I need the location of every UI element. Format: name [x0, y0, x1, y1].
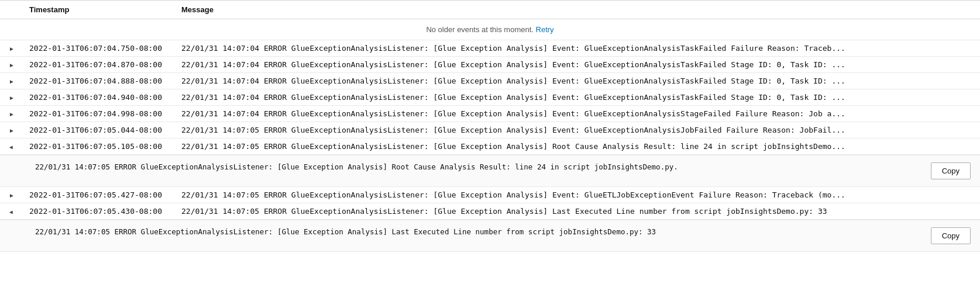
expanded-content: 22/01/31 14:07:05 ERROR GlueExceptionAna…: [0, 220, 980, 251]
expanded-content: 22/01/31 14:07:05 ERROR GlueExceptionAna…: [0, 155, 980, 186]
expand-toggle[interactable]: ►: [0, 73, 23, 89]
expand-arrow-icon: ►: [9, 46, 15, 52]
expanded-text: 22/01/31 14:07:05 ERROR GlueExceptionAna…: [35, 162, 919, 171]
expand-toggle[interactable]: ►: [0, 40, 23, 57]
message-cell: 22/01/31 14:07:04 ERROR GlueExceptionAna…: [176, 40, 980, 57]
timestamp-cell: 2022-01-31T06:07:05.105-08:00: [23, 138, 176, 155]
copy-button[interactable]: Copy: [931, 162, 971, 179]
timestamp-cell: 2022-01-31T06:07:05.427-08:00: [23, 187, 176, 203]
expand-arrow-icon: ►: [9, 62, 15, 68]
timestamp-cell: 2022-01-31T06:07:04.888-08:00: [23, 73, 176, 89]
expand-toggle[interactable]: ▼: [0, 138, 23, 155]
expand-toggle[interactable]: ▼: [0, 203, 23, 220]
message-header: Message: [176, 1, 980, 19]
message-cell: 22/01/31 14:07:05 ERROR GlueExceptionAna…: [176, 187, 980, 203]
timestamp-cell: 2022-01-31T06:07:05.044-08:00: [23, 122, 176, 138]
table-row: ► 2022-01-31T06:07:04.940-08:00 22/01/31…: [0, 89, 980, 106]
table-row: ▼ 2022-01-31T06:07:05.430-08:00 22/01/31…: [0, 203, 980, 220]
message-cell: 22/01/31 14:07:05 ERROR GlueExceptionAna…: [176, 138, 980, 155]
timestamp-cell: 2022-01-31T06:07:05.430-08:00: [23, 203, 176, 220]
message-cell: 22/01/31 14:07:05 ERROR GlueExceptionAna…: [176, 122, 980, 138]
table-row: ► 2022-01-31T06:07:04.750-08:00 22/01/31…: [0, 40, 980, 57]
expand-arrow-icon: ►: [9, 78, 15, 85]
expand-arrow-icon: ►: [9, 111, 15, 117]
expand-toggle[interactable]: ►: [0, 89, 23, 106]
expanded-row: 22/01/31 14:07:05 ERROR GlueExceptionAna…: [0, 155, 980, 187]
expand-toggle[interactable]: ►: [0, 106, 23, 122]
table-row: ▼ 2022-01-31T06:07:05.105-08:00 22/01/31…: [0, 138, 980, 155]
message-cell: 22/01/31 14:07:04 ERROR GlueExceptionAna…: [176, 89, 980, 106]
message-cell: 22/01/31 14:07:04 ERROR GlueExceptionAna…: [176, 57, 980, 73]
expand-header: [0, 1, 23, 19]
expanded-text: 22/01/31 14:07:05 ERROR GlueExceptionAna…: [35, 227, 919, 236]
expand-arrow-icon: ▼: [9, 145, 15, 151]
log-table: Timestamp Message No older events at thi…: [0, 0, 980, 252]
table-row: ► 2022-01-31T06:07:05.044-08:00 22/01/31…: [0, 122, 980, 138]
log-body: No older events at this moment. Retry ► …: [0, 19, 980, 252]
timestamp-cell: 2022-01-31T06:07:04.870-08:00: [23, 57, 176, 73]
table-header: Timestamp Message: [0, 1, 980, 19]
expand-toggle[interactable]: ►: [0, 122, 23, 138]
timestamp-header: Timestamp: [23, 1, 176, 19]
no-events-row: No older events at this moment. Retry: [0, 19, 980, 40]
expand-arrow-icon: ►: [9, 95, 15, 101]
message-cell: 22/01/31 14:07:04 ERROR GlueExceptionAna…: [176, 106, 980, 122]
expand-arrow-icon: ▼: [9, 210, 15, 216]
message-cell: 22/01/31 14:07:04 ERROR GlueExceptionAna…: [176, 73, 980, 89]
expand-arrow-icon: ►: [9, 192, 15, 199]
table-row: ► 2022-01-31T06:07:05.427-08:00 22/01/31…: [0, 187, 980, 203]
expand-toggle[interactable]: ►: [0, 57, 23, 73]
table-row: ► 2022-01-31T06:07:04.998-08:00 22/01/31…: [0, 106, 980, 122]
no-events-cell: No older events at this moment. Retry: [0, 19, 980, 40]
expand-toggle[interactable]: ►: [0, 187, 23, 203]
timestamp-cell: 2022-01-31T06:07:04.940-08:00: [23, 89, 176, 106]
table-row: ► 2022-01-31T06:07:04.888-08:00 22/01/31…: [0, 73, 980, 89]
expand-arrow-icon: ►: [9, 127, 15, 134]
expanded-cell: 22/01/31 14:07:05 ERROR GlueExceptionAna…: [0, 155, 980, 187]
expanded-cell: 22/01/31 14:07:05 ERROR GlueExceptionAna…: [0, 220, 980, 252]
timestamp-cell: 2022-01-31T06:07:04.998-08:00: [23, 106, 176, 122]
timestamp-cell: 2022-01-31T06:07:04.750-08:00: [23, 40, 176, 57]
expanded-row: 22/01/31 14:07:05 ERROR GlueExceptionAna…: [0, 220, 980, 252]
table-row: ► 2022-01-31T06:07:04.870-08:00 22/01/31…: [0, 57, 980, 73]
copy-button[interactable]: Copy: [931, 227, 971, 244]
retry-link[interactable]: Retry: [536, 25, 554, 34]
message-cell: 22/01/31 14:07:05 ERROR GlueExceptionAna…: [176, 203, 980, 220]
